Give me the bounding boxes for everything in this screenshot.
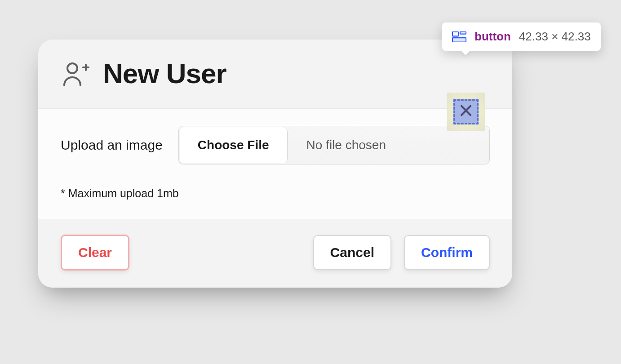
modal-footer: Clear Cancel Confirm (38, 219, 512, 288)
new-user-modal: New User Upload an image Choose File No … (38, 40, 512, 288)
svg-rect-5 (452, 31, 458, 36)
modal-header: New User (38, 40, 512, 108)
svg-point-0 (67, 63, 77, 73)
choose-file-button[interactable]: Choose File (180, 127, 288, 163)
file-status: No file chosen (288, 126, 489, 164)
inspect-dimensions: 42.33 × 42.33 (519, 30, 591, 44)
upload-label: Upload an image (61, 138, 163, 153)
file-input[interactable]: Choose File No file chosen (178, 126, 490, 164)
modal-title: New User (103, 58, 490, 89)
modal-body: Upload an image Choose File No file chos… (38, 108, 512, 219)
clear-button[interactable]: Clear (61, 235, 129, 271)
user-add-icon (61, 59, 89, 88)
upload-note: * Maximum upload 1mb (61, 187, 490, 200)
devtools-inspect-tooltip: button 42.33 × 42.33 (442, 22, 601, 51)
cancel-button[interactable]: Cancel (313, 235, 391, 270)
inspect-element-tag: button (475, 30, 511, 44)
layout-icon (452, 31, 466, 42)
svg-rect-7 (452, 38, 466, 42)
close-button[interactable] (447, 93, 485, 131)
confirm-button[interactable]: Confirm (404, 235, 490, 270)
close-icon (458, 103, 474, 121)
upload-row: Upload an image Choose File No file chos… (61, 126, 490, 164)
svg-rect-6 (460, 31, 466, 34)
